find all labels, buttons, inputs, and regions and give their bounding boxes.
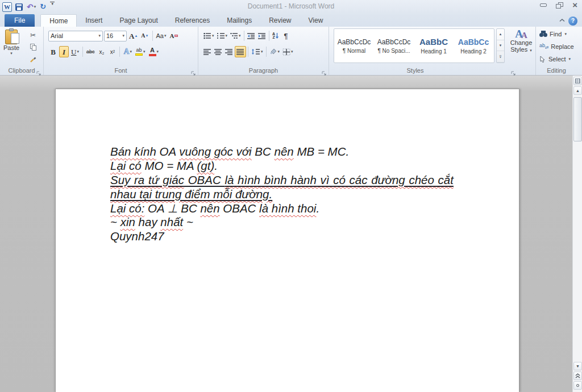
tab-file[interactable]: File [5, 14, 35, 27]
font-name-combo[interactable]: Arial ▾ [48, 31, 103, 41]
restore-button[interactable] [556, 2, 563, 9]
shrink-font-button[interactable]: A▼ [140, 30, 149, 41]
format-painter-button[interactable] [27, 54, 39, 64]
ribbon-tab-row: File Home Insert Page Layout References … [0, 14, 582, 27]
chevron-down-icon: ▾ [291, 49, 293, 54]
style-heading1[interactable]: AaBbC Heading 1 [414, 29, 454, 62]
chevron-down-icon: ▾ [122, 34, 124, 38]
clear-formatting-button[interactable]: A [169, 30, 180, 41]
replace-button[interactable]: ab⇄ Replace [539, 41, 574, 52]
tab-insert[interactable]: Insert [77, 14, 111, 27]
font-size-combo[interactable]: 16 ▾ [104, 31, 127, 41]
text-line[interactable]: nhau tại trung điểm mỗi đường. [110, 187, 479, 202]
borders-button[interactable]: ▾ [281, 46, 294, 57]
font-dialog-launcher[interactable] [191, 68, 196, 73]
close-button[interactable]: × [572, 2, 577, 9]
tab-mailings[interactable]: Mailings [218, 14, 260, 27]
justify-icon [236, 48, 244, 55]
select-button[interactable]: Select ▾ [539, 53, 571, 64]
decrease-indent-icon [247, 32, 255, 39]
justify-button[interactable] [235, 46, 246, 57]
text-line[interactable]: Bán kính OA vuông góc với BC nên MB = MC… [110, 145, 479, 159]
text-segment: OA [156, 145, 179, 158]
multilevel-list-button[interactable]: ▾ [229, 30, 242, 41]
decrease-indent-button[interactable] [246, 30, 256, 41]
styles-dialog-launcher[interactable] [511, 68, 516, 73]
cut-button[interactable]: ✂ [27, 30, 39, 40]
highlight-color-button[interactable]: ab ▾ [134, 46, 147, 57]
font-color-button[interactable]: A ▾ [148, 46, 160, 57]
text-line[interactable]: Lại có: OA ⊥ BC nên OBAC là hình thoi. [110, 202, 479, 216]
numbering-button[interactable]: ▾ [216, 30, 229, 41]
text-line[interactable]: Suy ra tứ giác OBAC là hình bình hành vì… [110, 173, 479, 187]
styles-more-button[interactable]: ⊽ [497, 51, 504, 62]
tab-page-layout[interactable]: Page Layout [111, 14, 166, 27]
styles-scroll-down-button[interactable]: ▼ [497, 40, 504, 52]
binoculars-icon [539, 31, 547, 37]
misspelled-text: Lại có [110, 159, 142, 172]
shading-button[interactable]: ▾ [268, 46, 281, 57]
text-segment: ~ [110, 215, 120, 228]
text-line[interactable]: Lại có MO = MA (gt). [110, 159, 479, 173]
increase-indent-icon [258, 32, 266, 39]
align-left-button[interactable] [202, 46, 213, 57]
styles-scroll-up-button[interactable]: ▲ [497, 29, 504, 40]
tab-references[interactable]: References [167, 14, 218, 27]
change-case-button[interactable]: Aa▾ [155, 30, 168, 41]
style-normal[interactable]: AaBbCcDc ¶ Normal [334, 29, 374, 62]
previous-page-button[interactable] [573, 372, 582, 380]
minimize-ribbon-button[interactable] [559, 14, 565, 24]
scroll-down-button[interactable]: ▼ [573, 362, 582, 370]
vertical-scrollbar[interactable]: ▲ ▼ [572, 76, 582, 392]
text-line[interactable]: Quynh247 [110, 230, 479, 244]
italic-button[interactable]: I [59, 46, 69, 57]
increase-indent-button[interactable] [257, 30, 267, 41]
minimize-button[interactable] [540, 3, 547, 7]
underline-button[interactable]: U▾ [70, 46, 80, 57]
align-right-button[interactable] [224, 46, 234, 57]
change-styles-button[interactable]: AA Change Styles ▾ [509, 29, 534, 54]
view-ruler-button[interactable] [573, 77, 582, 85]
scroll-up-button[interactable]: ▲ [573, 86, 582, 95]
misspelled-text: nên [275, 145, 294, 158]
show-hide-pilcrow-button[interactable]: ¶ [281, 30, 291, 41]
align-center-button[interactable] [213, 46, 223, 57]
group-paragraph: ▾ ▾ ▾ AZ ¶ [198, 27, 329, 75]
help-button[interactable]: ? [568, 16, 577, 26]
bullets-button[interactable]: ▾ [202, 30, 215, 41]
style-heading1-sample: AaBbC [419, 37, 448, 47]
clipboard-dialog-launcher[interactable] [36, 68, 41, 73]
style-no-spacing[interactable]: AaBbCcDc ¶ No Spaci... [374, 29, 414, 62]
text-segment: ~ [183, 215, 193, 228]
style-heading1-name: Heading 1 [421, 48, 447, 55]
copy-button[interactable] [27, 42, 39, 52]
select-browse-object-button[interactable] [573, 381, 582, 390]
document-text[interactable]: Bán kính OA vuông góc với BC nên MB = MC… [110, 145, 479, 244]
document-area: Bán kính OA vuông góc với BC nên MB = MC… [0, 76, 582, 392]
text-effects-button[interactable]: A▾ [122, 46, 133, 57]
strikethrough-button[interactable]: abc [85, 46, 96, 57]
sort-button[interactable]: AZ [271, 30, 281, 41]
paste-button[interactable]: Paste ▾ [3, 30, 19, 56]
find-button[interactable]: Find ▾ [539, 28, 567, 39]
style-heading2[interactable]: AaBbCc Heading 2 [454, 29, 493, 62]
bold-button[interactable]: B [48, 46, 58, 57]
tab-view[interactable]: View [300, 14, 332, 27]
misspelled-text: là hình bình hành vì có các đường chéo c… [225, 173, 454, 186]
cursor-icon [539, 56, 546, 62]
change-styles-icon: AA [515, 29, 527, 39]
tab-review[interactable]: Review [260, 14, 300, 27]
scrollbar-thumb[interactable] [573, 97, 582, 141]
text-line[interactable]: ~ xin hay nhất ~ [110, 215, 479, 230]
subscript-button[interactable]: x₂ [97, 46, 106, 57]
chevron-down-icon: ▾ [226, 34, 228, 38]
document-page[interactable]: Bán kính OA vuông góc với BC nên MB = MC… [55, 89, 519, 392]
styles-gallery: AaBbCcDc ¶ Normal AaBbCcDc ¶ No Spaci...… [334, 28, 494, 63]
eraser-icon [174, 35, 178, 37]
tab-home[interactable]: Home [40, 14, 77, 27]
superscript-button[interactable]: x² [107, 46, 117, 57]
chevron-down-icon: ▾ [130, 49, 132, 54]
grow-font-button[interactable]: A▲ [128, 30, 139, 41]
paragraph-dialog-launcher[interactable] [322, 68, 327, 73]
line-spacing-button[interactable]: ▾ [250, 46, 264, 57]
